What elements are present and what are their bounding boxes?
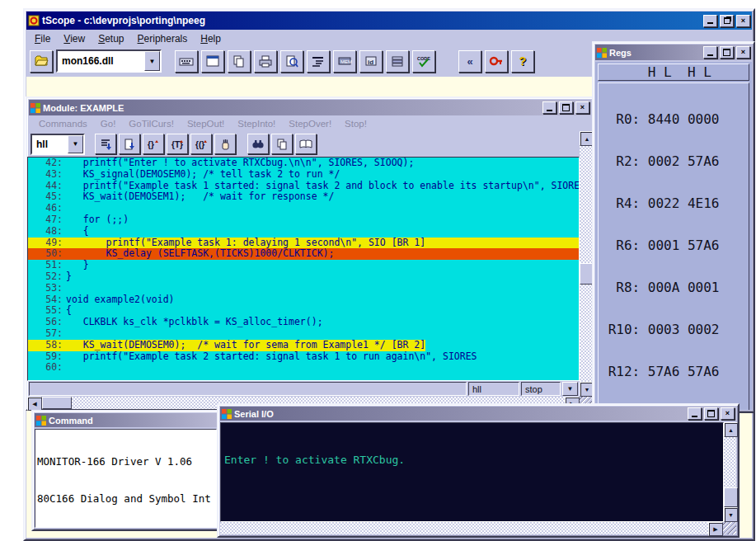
source-line[interactable]: 42: printf("Enter ! to activate RTXCbug.… [28, 158, 579, 169]
source-line[interactable]: 46: [28, 203, 579, 214]
gotilcurs-button[interactable] [119, 134, 140, 154]
source-line[interactable]: 43: KS_signal(DEMOSEM0); /* tell task 2 … [28, 169, 579, 181]
module-vertical-scrollbar[interactable]: ▲ ▼ [580, 131, 593, 409]
register-row[interactable]: R2: 0002 57A6 [600, 154, 747, 168]
key-button[interactable] [485, 50, 508, 73]
scroll-left-icon[interactable]: ◀ [27, 397, 42, 411]
browse-button[interactable] [295, 134, 317, 154]
source-line[interactable]: 44: printf("Example task 1 started: sign… [28, 181, 579, 192]
command-titlebar[interactable]: Command [35, 413, 217, 427]
serial-terminal[interactable]: Enter ! to activate RTXCbug. Example tas… [220, 422, 724, 522]
search-button[interactable] [247, 134, 269, 154]
combo-arrow-icon[interactable]: ▼ [144, 51, 160, 71]
scroll-up-icon[interactable]: ▲ [724, 422, 738, 437]
go-button[interactable] [95, 134, 116, 154]
stepinto-button[interactable]: {T} [167, 134, 188, 154]
source-line[interactable]: 51: } [28, 260, 579, 271]
menu-commands[interactable]: Commands [32, 119, 94, 129]
menu-stepover[interactable]: StepOver! [282, 119, 338, 129]
serial-titlebar[interactable]: Serial I/O × [220, 407, 736, 421]
maximize-button[interactable] [559, 101, 573, 114]
source-line[interactable]: 45: KS_wait(DEMOSEM1); /* wait for respo… [28, 191, 579, 203]
menu-stepout[interactable]: StepOut! [181, 119, 231, 129]
source-line[interactable]: 59: printf("Example task 2 started: sign… [28, 351, 579, 363]
source-line-breakpoint[interactable]: 58: KS_wait(DEMOSEM0); /* wait for sema … [28, 340, 579, 351]
close-button[interactable]: × [721, 407, 735, 420]
menu-stop[interactable]: Stop! [338, 119, 373, 129]
source-line[interactable]: 56: CLKBLK ks_clk *pclkblk = KS_alloc_ti… [28, 317, 579, 328]
prev-session-button[interactable]: « [458, 50, 481, 73]
register-row[interactable]: R0: 8440 0000 [600, 112, 747, 126]
minimize-button[interactable] [688, 407, 702, 420]
close-button[interactable]: × [736, 46, 750, 59]
scroll-right-icon[interactable]: ▶ [708, 522, 723, 536]
status-dropdown-button[interactable]: ▼ [562, 382, 578, 396]
serial-vertical-scrollbar[interactable]: ▲ ▼ [724, 422, 736, 522]
menu-setup[interactable]: Setup [92, 32, 130, 45]
register-row[interactable]: R4: 0022 4E16 [600, 196, 747, 210]
binoculars-icon [251, 139, 265, 149]
help-button[interactable]: ? [511, 50, 534, 73]
maximize-button[interactable] [720, 46, 734, 59]
code-check-button[interactable]: CODE [412, 50, 435, 73]
scroll-down-icon[interactable]: ▼ [724, 507, 738, 522]
module-titlebar[interactable]: Module: EXAMPLE × [29, 100, 591, 115]
line-number: 57: [28, 328, 66, 340]
scrollbar-thumb[interactable] [42, 397, 72, 409]
source-line[interactable]: 55:{ [28, 305, 579, 317]
command-console[interactable]: MONITOR-166 Driver V 1.06 80C166 Dialog … [35, 429, 217, 528]
scrollbar-thumb[interactable] [724, 487, 738, 507]
menu-go[interactable]: Go! [94, 119, 123, 129]
source-line[interactable]: 54:void example2(void) [28, 294, 579, 306]
copy-button[interactable] [228, 50, 251, 73]
menu-peripherals[interactable]: Peripherals [131, 32, 195, 45]
new-window-button[interactable] [201, 50, 224, 73]
id-button[interactable]: id [359, 50, 383, 73]
minimize-button[interactable] [542, 101, 556, 114]
menu-file[interactable]: File [28, 32, 57, 45]
maximize-button[interactable] [704, 407, 718, 420]
minimize-button[interactable] [703, 15, 717, 27]
print-button[interactable] [254, 50, 277, 73]
menu-view[interactable]: View [57, 32, 92, 45]
source-line[interactable]: 53: [28, 283, 579, 294]
stop-button[interactable] [214, 134, 236, 154]
register-row[interactable]: R6: 0001 57A6 [600, 238, 747, 252]
source-line[interactable]: 60: [28, 362, 579, 374]
copy-button[interactable] [271, 134, 293, 154]
resize-grip[interactable] [723, 522, 736, 534]
go-icon [100, 139, 111, 150]
outline-button[interactable] [307, 50, 330, 73]
close-button[interactable]: × [736, 15, 750, 27]
restore-button[interactable] [720, 15, 734, 27]
menu-help[interactable]: Help [194, 32, 228, 45]
source-line[interactable]: 47: for (;;) [28, 214, 579, 226]
source-line[interactable]: 57: [28, 328, 579, 340]
open-file-button[interactable] [30, 50, 53, 73]
menu-gotilcurs[interactable]: GoTilCurs! [122, 119, 181, 129]
register-row[interactable]: R10: 0003 0002 [600, 322, 747, 336]
regs-titlebar[interactable]: Regs × [595, 45, 752, 60]
combo-arrow-icon[interactable]: ▼ [68, 135, 83, 153]
source-line-breakpoint[interactable]: 49: printf("Example task 1: delaying 1 s… [28, 238, 579, 249]
driver-combo[interactable]: mon166.dll ▼ [56, 49, 162, 73]
find-button[interactable] [280, 50, 303, 73]
source-line[interactable]: 52:} [28, 271, 579, 283]
layers-button[interactable] [386, 50, 409, 73]
minimize-button[interactable] [703, 46, 717, 59]
register-row[interactable]: R12: 57A6 57A6 [600, 365, 747, 379]
menu-stepinto[interactable]: StepInto! [231, 119, 282, 129]
stepout-button[interactable]: {} [143, 134, 164, 154]
mem-chip-icon: MEM [337, 55, 352, 67]
stepover-button[interactable]: {(} [190, 134, 212, 154]
register-row[interactable]: R8: 000A 0001 [600, 280, 747, 294]
close-button[interactable]: × [575, 101, 589, 114]
mode-combo[interactable]: hll ▼ [31, 134, 85, 155]
keyboard-button[interactable] [175, 50, 198, 73]
serial-horizontal-scrollbar[interactable]: ▶ [220, 522, 723, 534]
memory-button[interactable]: MEM [333, 50, 356, 73]
main-titlebar[interactable]: tScope - c:\devprojs\porting\npeeg × [26, 12, 752, 30]
source-line[interactable]: 48: { [28, 226, 579, 238]
source-line-current[interactable]: 50: KS_delay (SELFTASK,(TICKS)1000/CLKTI… [28, 248, 579, 260]
source-code-view[interactable]: 42: printf("Enter ! to activate RTXCbug.… [27, 157, 580, 381]
